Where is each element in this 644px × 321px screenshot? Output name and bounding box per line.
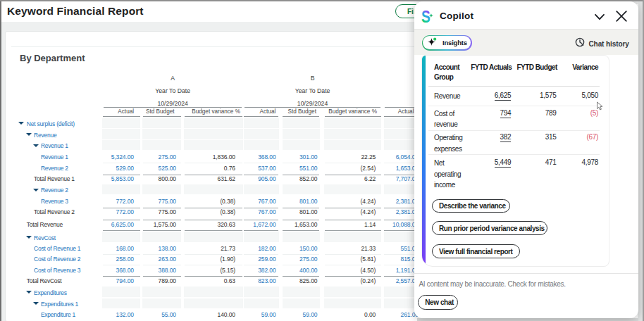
svg-text:S: S (421, 9, 431, 26)
